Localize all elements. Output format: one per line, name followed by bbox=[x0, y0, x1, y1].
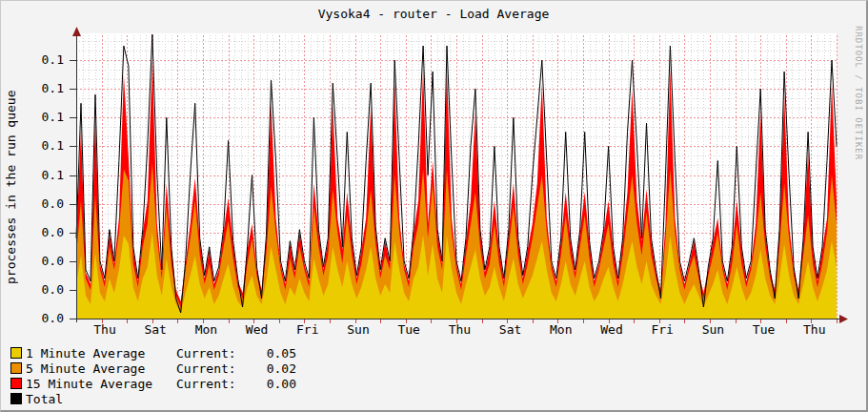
y-tick-label: 0.1 bbox=[26, 169, 64, 182]
x-tick-label: Tue bbox=[388, 323, 430, 337]
x-tick-label: Sat bbox=[134, 323, 176, 337]
y-axis-arrow bbox=[72, 27, 81, 36]
legend-label: Total bbox=[26, 392, 176, 406]
legend-swatch bbox=[10, 362, 22, 374]
y-tick-label: 0.0 bbox=[26, 197, 64, 211]
rrd-graph-frame: Vysoka4 - router - Load Average processe… bbox=[0, 0, 868, 412]
legend-current-label: Current: bbox=[176, 361, 237, 376]
y-tick-label: 0.0 bbox=[26, 255, 64, 268]
legend-swatch bbox=[10, 347, 22, 359]
legend-row: 5 Minute AverageCurrent:0.02 bbox=[10, 360, 296, 376]
legend-current-label: Current: bbox=[176, 346, 237, 360]
legend-row: Total bbox=[10, 391, 296, 406]
y-tick-label: 0.0 bbox=[26, 312, 64, 325]
legend-current-label: Current: bbox=[176, 377, 237, 391]
y-tick-label: 0.0 bbox=[26, 226, 64, 239]
y-tick-label: 0.1 bbox=[26, 53, 64, 67]
legend-swatch bbox=[10, 393, 22, 404]
legend-label: 1 Minute Average bbox=[26, 346, 176, 360]
y-tick-label: 0.1 bbox=[26, 82, 64, 95]
y-axis-ticks bbox=[70, 61, 76, 319]
x-tick-label: Mon bbox=[185, 323, 227, 337]
legend-current-value: 0.00 bbox=[237, 377, 296, 391]
x-tick-label: Sun bbox=[692, 323, 734, 337]
x-tick-label: Sat bbox=[490, 323, 532, 337]
legend-swatch bbox=[10, 378, 22, 389]
legend-current-value: 0.02 bbox=[237, 361, 296, 376]
x-tick-label: Thu bbox=[438, 323, 480, 337]
x-axis-arrow bbox=[839, 315, 848, 323]
legend-row: 1 Minute AverageCurrent:0.05 bbox=[10, 345, 296, 360]
legend-label: 5 Minute Average bbox=[26, 361, 176, 376]
legend-row: 15 Minute AverageCurrent:0.00 bbox=[10, 376, 296, 391]
y-tick-label: 0.1 bbox=[26, 139, 64, 153]
y-tick-label: 0.1 bbox=[26, 111, 64, 124]
x-tick-label: Wed bbox=[236, 323, 278, 337]
x-tick-label: Sun bbox=[337, 323, 379, 337]
x-tick-label: Thu bbox=[794, 323, 836, 337]
legend-current-value: 0.05 bbox=[237, 346, 296, 360]
legend: 1 Minute AverageCurrent:0.055 Minute Ave… bbox=[10, 345, 296, 406]
legend-label: 15 Minute Average bbox=[26, 377, 176, 391]
x-tick-label: Fri bbox=[287, 323, 329, 337]
x-tick-label: Mon bbox=[540, 323, 582, 337]
x-tick-label: Thu bbox=[84, 323, 126, 337]
x-tick-label: Fri bbox=[641, 323, 683, 337]
x-tick-label: Wed bbox=[591, 323, 633, 337]
y-tick-label: 0.0 bbox=[26, 283, 64, 297]
x-tick-label: Tue bbox=[743, 323, 785, 337]
